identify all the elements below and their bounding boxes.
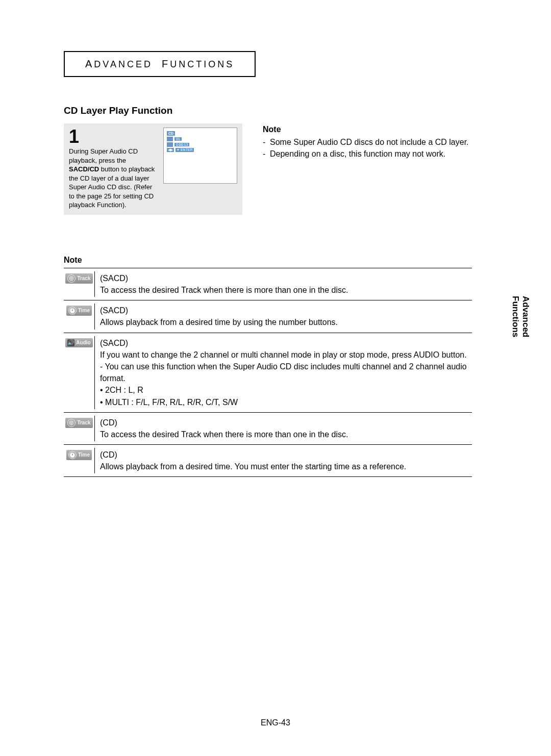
note-table: ◎ Track (SACD) To access the desired Tra… xyxy=(64,268,472,477)
step-number: 1 xyxy=(69,128,156,146)
note-row-line: To access the desired Track when there i… xyxy=(100,430,348,439)
note-row-line: To access the desired Track when there i… xyxy=(100,286,348,294)
note-row-2: 🔊 Audio (SACD) If you want to change the… xyxy=(64,333,472,413)
step-text: During Super Audio CD playback, press th… xyxy=(69,147,156,210)
side-tab-line2: Functions xyxy=(511,296,520,337)
right-note-block: Note -Some Super Audio CD discs do not i… xyxy=(263,123,505,160)
screen-arrows: ◀▶ xyxy=(167,148,174,152)
step-text-bold: SACD/CD xyxy=(69,165,99,173)
chapter-text-advanced: DVANCED xyxy=(94,59,153,69)
icon-glyph: 🕐 xyxy=(68,307,77,315)
side-tab-line1: Advanced xyxy=(521,296,531,337)
note-row-type: (SACD) xyxy=(100,337,472,349)
icon-glyph: ◎ xyxy=(67,419,76,427)
icon-label: Track xyxy=(77,420,90,425)
screen-enter: ✦ ENTER xyxy=(176,148,194,152)
icon-label: Audio xyxy=(76,340,90,345)
side-tab: Advanced Functions xyxy=(511,296,531,337)
screen-time-value: 0:00:13 xyxy=(174,143,189,146)
icon-label: Time xyxy=(78,452,90,458)
screen-track-value: 01 xyxy=(174,137,182,141)
note-row-1: 🕐 Time (SACD) Allows playback from a des… xyxy=(64,300,472,333)
screen-preview: CD 01 0:00:13 ◀▶ ✦ ENTER xyxy=(163,128,237,184)
audio-icon: 🔊 Audio xyxy=(65,338,92,347)
right-note-item-1: Depending on a disc, this function may n… xyxy=(270,148,445,160)
icon-label: Time xyxy=(78,308,90,313)
screen-header: CD xyxy=(167,131,175,136)
note-row-line-1: - You can use this function when the Sup… xyxy=(100,361,472,384)
time-icon: 🕐 Time xyxy=(66,450,92,460)
note-row-4: 🕐 Time (CD) Allows playback from a desir… xyxy=(64,445,472,477)
icon-label: Track xyxy=(77,276,90,281)
screen-track-icon xyxy=(167,137,173,141)
section-title: CD Layer Play Function xyxy=(64,105,505,116)
chapter-letter-a: A xyxy=(85,58,94,69)
step-text-pre: During Super Audio CD playback, press th… xyxy=(69,147,138,164)
time-icon: 🕐 Time xyxy=(66,306,92,316)
note-row-type: (SACD) xyxy=(100,272,348,284)
icon-glyph: 🕐 xyxy=(68,451,77,459)
track-icon: ◎ Track xyxy=(65,418,92,428)
note-row-type: (CD) xyxy=(100,449,406,461)
note-row-type: (CD) xyxy=(100,417,348,429)
note-row-line: Allows playback from a desired time. You… xyxy=(100,462,406,471)
track-icon: ◎ Track xyxy=(65,273,92,284)
note-row-3: ◎ Track (CD) To access the desired Track… xyxy=(64,413,472,445)
note-row-line-0: If you want to change the 2 channel or m… xyxy=(100,349,472,361)
note-row-type: (SACD) xyxy=(100,305,338,316)
chapter-text-functions: UNCTIONS xyxy=(170,59,234,69)
screen-time-icon xyxy=(167,142,173,147)
note-row-0: ◎ Track (SACD) To access the desired Tra… xyxy=(64,268,472,300)
chapter-heading: ADVANCED FUNCTIONS xyxy=(64,51,256,77)
icon-glyph: 🔊 xyxy=(67,339,74,346)
note-row-line-2: • 2CH : L, R xyxy=(100,384,472,396)
note-row-line-3: • MULTI : F/L, F/R, R/L, R/R, C/T, S/W xyxy=(100,396,472,408)
chapter-letter-f: F xyxy=(162,58,170,69)
note-row-line: Allows playback from a desired time by u… xyxy=(100,318,338,326)
right-note-heading: Note xyxy=(263,123,505,135)
step-box: 1 During Super Audio CD playback, press … xyxy=(64,123,242,215)
right-note-item-0: Some Super Audio CD discs do not include… xyxy=(270,136,469,148)
note-heading: Note xyxy=(64,256,505,265)
icon-glyph: ◎ xyxy=(67,274,76,283)
page-number: ENG-43 xyxy=(0,718,551,727)
